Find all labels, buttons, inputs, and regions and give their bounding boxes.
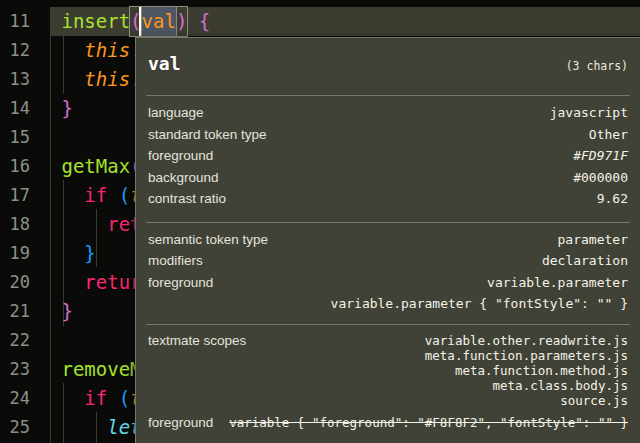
semantic-row-modifiers: modifiers declaration [148,253,628,275]
line-number[interactable]: 17 [0,181,30,210]
line-number[interactable]: 14 [0,94,30,123]
row-label: standard token type [148,127,267,142]
info-row-language: language javascript [148,105,628,127]
text-cursor [139,7,142,36]
semantic-row-type: semantic token type parameter [148,232,628,254]
code-line-content[interactable]: removeM [50,355,142,384]
code-token [50,384,84,413]
code-line-content[interactable]: retur [50,268,142,297]
row-value-overridden-rule: variable { "foreground": "#F8F8F2", "fon… [229,415,628,430]
code-token: this [84,65,130,94]
textmate-scopes-row: textmate scopes variable.other.readwrite… [148,333,628,408]
row-value: variable.parameter [487,275,628,290]
code-token: { [199,7,210,36]
code-token [50,239,84,268]
row-value: Other [589,127,628,142]
line-number[interactable]: 25 [0,413,30,442]
line-number[interactable]: 13 [0,65,30,94]
info-row-background: background #000000 [148,170,628,192]
code-token-val: val [142,7,176,36]
code-line-content[interactable]: } [50,94,73,123]
semantic-row-foreground: foreground variable.parameter [148,275,628,297]
code-token [187,7,198,36]
code-token: ( [119,181,130,210]
code-line-content[interactable]: this. [50,65,142,94]
line-number[interactable]: 20 [0,268,30,297]
code-token [50,7,61,36]
line-number[interactable]: 22 [0,326,30,355]
token-info-section: language javascript standard token type … [146,96,630,222]
code-token: } [61,94,72,123]
semantic-row-theme-rule: variable.parameter { "fontStyle": "" } [148,296,628,318]
line-number[interactable]: 23 [0,355,30,384]
code-token [107,384,118,413]
popup-header: val (3 chars) [146,38,630,95]
line-number[interactable]: 16 [0,152,30,181]
code-token [50,36,84,65]
textmate-scope: meta.function.parameters.js [425,348,628,363]
line-number[interactable]: 19 [0,239,30,268]
row-value: javascript [550,105,628,120]
code-token: retur [84,268,141,297]
code-token: getMax [61,152,130,181]
token-char-count: (3 chars) [566,59,628,73]
row-label: modifiers [148,253,203,268]
code-token [50,413,107,442]
line-number[interactable]: 12 [0,36,30,65]
info-row-contrast-ratio: contrast ratio 9.62 [148,191,628,213]
line-number[interactable]: 24 [0,384,30,413]
code-token [50,65,84,94]
code-line-content[interactable]: insert(val) { [50,7,210,36]
textmate-scope-list: variable.other.readwrite.js meta.functio… [425,333,628,408]
line-number[interactable]: 18 [0,210,30,239]
code-line-content[interactable]: let [50,413,142,442]
row-label: foreground [148,148,213,163]
code-token: } [84,239,95,268]
code-line-content[interactable]: } [50,239,96,268]
row-value-background-hex: #000000 [573,170,628,185]
code-line-content[interactable]: getMax( [50,152,142,181]
code-line-content[interactable]: } [50,297,73,326]
line-number[interactable]: 11 [0,7,30,36]
row-label: foreground [148,415,213,430]
code-line-content[interactable]: this. [50,36,142,65]
textmate-scope: source.js [425,393,628,408]
textmate-foreground-row: foreground variable { "foreground": "#F8… [148,415,628,430]
code-token [50,297,61,326]
code-token [107,181,118,210]
textmate-scope: meta.class.body.js [425,378,628,393]
info-row-foreground: foreground #FD971F [148,148,628,170]
code-line-content[interactable]: ret [50,210,142,239]
line-number[interactable]: 15 [0,123,30,152]
code-token-close-paren: ) [176,7,187,36]
textmate-section: textmate scopes variable.other.readwrite… [146,325,630,438]
row-value: 9.62 [597,191,628,206]
row-label: background [148,170,219,185]
row-value: parameter [558,232,628,247]
code-token: } [61,297,72,326]
row-label: foreground [148,275,213,290]
textmate-scope: variable.other.readwrite.js [425,333,628,348]
code-token [50,210,107,239]
info-row-standard-token-type: standard token type Other [148,127,628,149]
semantic-token-section: semantic token type parameter modifiers … [146,223,630,324]
code-line: 11 insert(val) { [0,7,640,36]
code-token: if [84,181,107,210]
row-value: declaration [542,253,628,268]
code-line-content[interactable]: if (t [50,384,142,413]
token-text: val [148,53,181,74]
code-token-insert: insert [61,7,130,36]
code-token [50,268,84,297]
row-value-theme-rule: variable.parameter { "fontStyle": "" } [331,296,628,311]
line-number[interactable]: 21 [0,297,30,326]
code-token: removeM [61,355,141,384]
code-token: if [84,384,107,413]
code-token [50,152,61,181]
code-token: ( [119,384,130,413]
row-label: textmate scopes [148,333,246,348]
row-label: contrast ratio [148,191,226,206]
row-label: language [148,105,204,120]
code-token [50,181,84,210]
code-line-content[interactable]: if (t [50,181,142,210]
code-token [50,94,61,123]
